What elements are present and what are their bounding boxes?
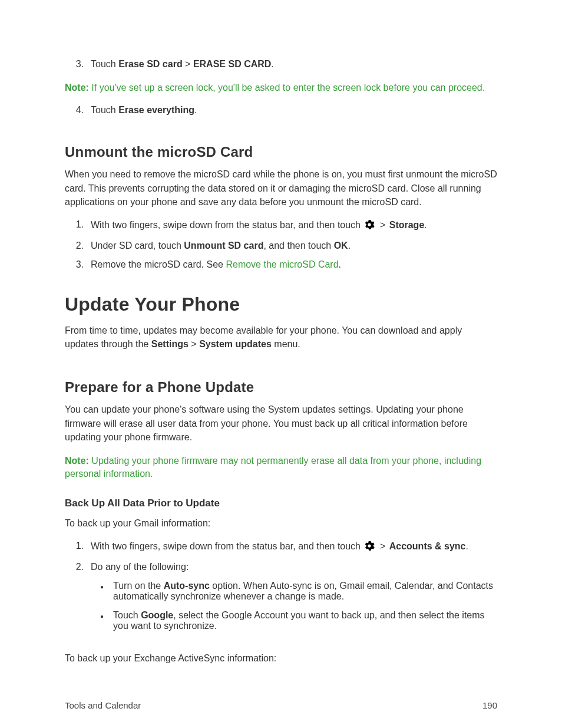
page-number: 190 [482, 700, 497, 710]
text: , and then touch [263, 241, 333, 251]
text: > [189, 339, 199, 349]
text: Do any of the following: [91, 562, 189, 572]
note-text: If you've set up a screen lock, you'll b… [89, 83, 485, 93]
text: menu. [272, 339, 300, 349]
footer-section: Tools and Calendar [65, 700, 141, 710]
list-marker: 2. [65, 241, 91, 251]
list-content: Do any of the following: ● Turn on the A… [91, 562, 497, 640]
list-marker: 1. [65, 219, 91, 232]
step-4: 4. Touch Erase everything. [65, 105, 497, 116]
text-bold: Erase everything [118, 105, 194, 115]
paragraph: From time to time, updates may become av… [65, 324, 497, 351]
paragraph: When you need to remove the microSD card… [65, 167, 497, 209]
text: . [466, 541, 468, 551]
gear-icon [364, 219, 375, 232]
list-content: With two fingers, swipe down from the st… [91, 219, 497, 232]
text: Turn on the [113, 581, 164, 591]
list-content: Under SD card, touch Unmount SD card, an… [91, 241, 497, 251]
unmount-step-1: 1. With two fingers, swipe down from the… [65, 219, 497, 232]
list-marker: 1. [65, 541, 91, 554]
text: Under SD card, touch [91, 241, 184, 251]
unmount-step-2: 2. Under SD card, touch Unmount SD card,… [65, 241, 497, 251]
gear-icon [364, 541, 375, 554]
text: . [348, 241, 351, 251]
bullet-marker: ● [91, 581, 113, 602]
unmount-step-3: 3. Remove the microSD card. See Remove t… [65, 259, 497, 270]
text-bold: Auto-sync [164, 581, 210, 591]
sub-item-autosync: ● Turn on the Auto-sync option. When Aut… [91, 581, 497, 602]
text-bold: System updates [199, 339, 272, 349]
text: . [271, 59, 273, 69]
text-bold: Settings [151, 339, 189, 349]
text: Touch [91, 105, 118, 115]
paragraph: You can update your phone's software usi… [65, 403, 497, 444]
list-content: Touch Google, select the Google Account … [113, 610, 497, 631]
text-bold: ERASE SD CARD [193, 59, 271, 69]
text: . [194, 105, 197, 115]
text: With two fingers, swipe down from the st… [91, 220, 363, 230]
text: Touch [113, 610, 141, 620]
note-label: Note: [65, 456, 89, 466]
bullet-marker: ● [91, 610, 113, 631]
heading-update-phone: Update Your Phone [65, 294, 497, 315]
text-bold: Erase SD card [118, 59, 183, 69]
text: > [376, 220, 389, 230]
heading-backup: Back Up All Data Prior to Update [65, 498, 497, 509]
text-bold: OK [334, 241, 348, 251]
text: . [339, 259, 341, 269]
text: Touch [91, 59, 118, 69]
list-content: Touch Erase SD card > ERASE SD CARD. [91, 59, 497, 70]
list-marker: 2. [65, 562, 91, 640]
text-bold: Google [141, 610, 173, 620]
text-bold: Unmount SD card [184, 241, 263, 251]
heading-prepare: Prepare for a Phone Update [65, 379, 497, 396]
paragraph: To back up your Exchange ActiveSync info… [65, 651, 497, 665]
note: Note: If you've set up a screen lock, yo… [65, 81, 497, 94]
note-text: Updating your phone firmware may not per… [65, 456, 481, 479]
sub-item-google: ● Touch Google, select the Google Accoun… [91, 610, 497, 631]
backup-step-2: 2. Do any of the following: ● Turn on th… [65, 562, 497, 640]
list-marker: 4. [65, 105, 91, 116]
link-remove-microsd[interactable]: Remove the microSD Card [226, 259, 338, 269]
backup-step-1: 1. With two fingers, swipe down from the… [65, 541, 497, 554]
text-bold: Accounts & sync [389, 541, 466, 551]
text: With two fingers, swipe down from the st… [91, 541, 363, 551]
text: Remove the microSD card. See [91, 259, 226, 269]
text: > [376, 541, 389, 551]
note: Note: Updating your phone firmware may n… [65, 454, 497, 481]
text-bold: Storage [389, 220, 425, 230]
list-content: Remove the microSD card. See Remove the … [91, 259, 497, 270]
list-marker: 3. [65, 259, 91, 270]
paragraph: To back up your Gmail information: [65, 516, 497, 530]
list-content: Touch Erase everything. [91, 105, 497, 116]
list-marker: 3. [65, 59, 91, 70]
list-content: Turn on the Auto-sync option. When Auto-… [113, 581, 497, 602]
heading-unmount: Unmount the microSD Card [65, 144, 497, 160]
note-label: Note: [65, 83, 89, 93]
text: . [424, 220, 427, 230]
list-content: With two fingers, swipe down from the st… [91, 541, 497, 554]
footer: Tools and Calendar 190 [65, 700, 497, 710]
step-3: 3. Touch Erase SD card > ERASE SD CARD. [65, 59, 497, 70]
text: > [183, 59, 193, 69]
